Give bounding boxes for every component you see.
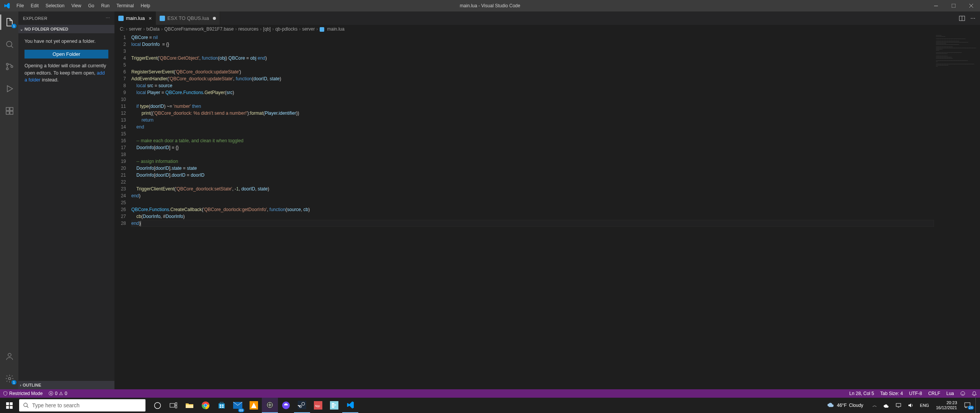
tray-network-icon[interactable]: [894, 402, 903, 408]
code-line[interactable]: end: [131, 124, 934, 130]
tray-volume-icon[interactable]: [906, 402, 915, 408]
menu-file[interactable]: File: [13, 2, 27, 10]
tray-onedrive-icon[interactable]: [882, 403, 891, 408]
tray-chevron-up-icon[interactable]: ︿: [871, 402, 879, 409]
editor[interactable]: 1234567891011121314151617181920212223242…: [114, 33, 980, 389]
code-line[interactable]: QBCore = nil: [131, 34, 934, 41]
section-outline[interactable]: › OUTLINE: [18, 381, 114, 389]
code-line[interactable]: end): [131, 220, 934, 227]
status-language[interactable]: Lua: [943, 391, 957, 396]
taskbar-file-explorer-icon[interactable]: [181, 398, 198, 413]
activity-source-control-icon[interactable]: [0, 59, 19, 74]
section-no-folder[interactable]: ⌄ NO FOLDER OPENED: [18, 25, 114, 33]
menu-terminal[interactable]: Terminal: [113, 2, 137, 10]
code-line[interactable]: end): [131, 192, 934, 199]
breadcrumb-item[interactable]: server: [129, 26, 142, 32]
menu-run[interactable]: Run: [98, 2, 113, 10]
code-line[interactable]: -- make each door a table, and clean it …: [131, 137, 934, 144]
code-line[interactable]: print(('QBCore_doorlock: %s didn\'t send…: [131, 110, 934, 117]
menu-view[interactable]: View: [68, 2, 84, 10]
status-ln-col[interactable]: Ln 28, Col 5: [846, 391, 877, 396]
activity-search-icon[interactable]: [0, 37, 19, 52]
status-problems[interactable]: ⓧ0 ⚠0: [46, 389, 70, 398]
code-line[interactable]: return: [131, 117, 934, 124]
taskbar-steam-icon[interactable]: [294, 398, 310, 413]
taskbar-search[interactable]: Type here to search: [19, 399, 145, 411]
taskbar-app-1-icon[interactable]: [246, 398, 262, 413]
code-line[interactable]: [131, 62, 934, 68]
code-line[interactable]: AddEventHandler('QBCore_doorlock:updateS…: [131, 75, 934, 82]
code-line[interactable]: local DoorInfo = {}: [131, 41, 934, 48]
taskbar-chrome-icon[interactable]: [198, 398, 214, 413]
code-line[interactable]: if type(doorID) ~= 'number' then: [131, 103, 934, 110]
minimap[interactable]: ▬▬▬▬▬▬▬▬▬▬▬▬ ▬▬▬▬▬▬▬▬▬▬▬▬▬▬▬▬▬▬▬▬ ▬▬▬▬▬▬…: [934, 33, 980, 389]
start-button[interactable]: [0, 398, 18, 413]
activity-run-debug-icon[interactable]: [0, 81, 19, 96]
code-line[interactable]: RegisterServerEvent('QBCore_doorlock:upd…: [131, 68, 934, 75]
status-restricted-mode[interactable]: Restricted Mode: [0, 389, 46, 398]
activity-account-icon[interactable]: [0, 349, 19, 364]
code-line[interactable]: [131, 96, 934, 103]
code-area[interactable]: QBCore = nillocal DoorInfo = {}TriggerEv…: [131, 33, 934, 389]
show-desktop-button[interactable]: [975, 398, 978, 413]
activity-settings-icon[interactable]: 1: [0, 371, 19, 386]
taskbar-app-5-icon[interactable]: [326, 398, 342, 413]
code-line[interactable]: DoorInfo[doorID].state = state: [131, 165, 934, 172]
breadcrumb-item[interactable]: resources: [238, 26, 258, 32]
code-line[interactable]: [131, 199, 934, 206]
status-eol[interactable]: CRLF: [925, 391, 943, 396]
breadcrumb-item[interactable]: main.lua: [327, 26, 345, 32]
tab-esx-to-qbus-lua[interactable]: ESX TO QBUS.lua: [156, 11, 220, 25]
code-line[interactable]: [131, 48, 934, 55]
taskbar-app-4-icon[interactable]: Npp: [310, 398, 326, 413]
code-line[interactable]: [131, 179, 934, 185]
close-button[interactable]: [962, 0, 980, 11]
breadcrumb-item[interactable]: [qb]: [263, 26, 271, 32]
status-tab-size[interactable]: Tab Size: 4: [877, 391, 906, 396]
status-feedback-icon[interactable]: [957, 391, 969, 396]
status-notifications-icon[interactable]: [969, 391, 980, 396]
tab-main-lua[interactable]: main.lua×: [114, 11, 156, 25]
activity-extensions-icon[interactable]: [0, 103, 19, 119]
breadcrumb-item[interactable]: txData: [146, 26, 160, 32]
sidebar-more-icon[interactable]: ⋯: [106, 16, 110, 21]
maximize-button[interactable]: [945, 0, 962, 11]
menu-help[interactable]: Help: [138, 2, 154, 10]
taskbar-app-3-icon[interactable]: [278, 398, 294, 413]
breadcrumb-item[interactable]: C:: [120, 26, 124, 32]
tray-language-icon[interactable]: ENG: [918, 403, 931, 408]
activity-explorer-icon[interactable]: 1: [0, 15, 19, 30]
minimize-button[interactable]: [927, 0, 945, 11]
code-line[interactable]: [131, 130, 934, 137]
more-actions-icon[interactable]: ⋯: [970, 15, 975, 21]
taskbar-vscode-icon[interactable]: [342, 398, 358, 413]
menu-selection[interactable]: Selection: [42, 2, 67, 10]
close-tab-icon[interactable]: ×: [149, 15, 152, 21]
taskbar-mail-icon[interactable]: 69: [230, 398, 246, 413]
taskbar-app-2-icon[interactable]: [262, 398, 278, 413]
tray-clock[interactable]: 20:23 16/12/2021: [936, 400, 957, 410]
code-line[interactable]: [131, 151, 934, 158]
breadcrumbs[interactable]: C:›server›txData›QBCoreFramework_B921F7.…: [114, 25, 980, 33]
breadcrumb-item[interactable]: QBCoreFramework_B921F7.base: [164, 26, 234, 32]
tray-notifications-icon[interactable]: 24: [962, 402, 972, 409]
code-line[interactable]: TriggerEvent('QBCore:GetObject', functio…: [131, 55, 934, 62]
breadcrumb-item[interactable]: qb-pdlocks: [275, 26, 297, 32]
menu-go[interactable]: Go: [85, 2, 97, 10]
taskbar-taskview-icon[interactable]: [165, 398, 181, 413]
status-encoding[interactable]: UTF-8: [906, 391, 925, 396]
tray-weather[interactable]: 46°F Cloudy: [827, 402, 863, 409]
code-line[interactable]: TriggerClientEvent('QBCore_doorlock:setS…: [131, 185, 934, 192]
breadcrumb-item[interactable]: server: [302, 26, 315, 32]
menu-edit[interactable]: Edit: [28, 2, 42, 10]
taskbar-ms-store-icon[interactable]: [214, 398, 230, 413]
code-line[interactable]: QBCore.Functions.CreateCallback('QBCore_…: [131, 206, 934, 213]
code-line[interactable]: -- assign information: [131, 158, 934, 165]
code-line[interactable]: DoorInfo[doorID].doorID = doorID: [131, 172, 934, 179]
split-editor-icon[interactable]: [959, 15, 965, 21]
code-line[interactable]: local Player = QBCore.Functions.GetPlaye…: [131, 89, 934, 96]
code-line[interactable]: local src = source: [131, 82, 934, 89]
code-line[interactable]: DoorInfo[doorID] = {}: [131, 144, 934, 151]
taskbar-cortana-icon[interactable]: [149, 398, 165, 413]
code-line[interactable]: cb(DoorInfo, #DoorInfo): [131, 213, 934, 220]
